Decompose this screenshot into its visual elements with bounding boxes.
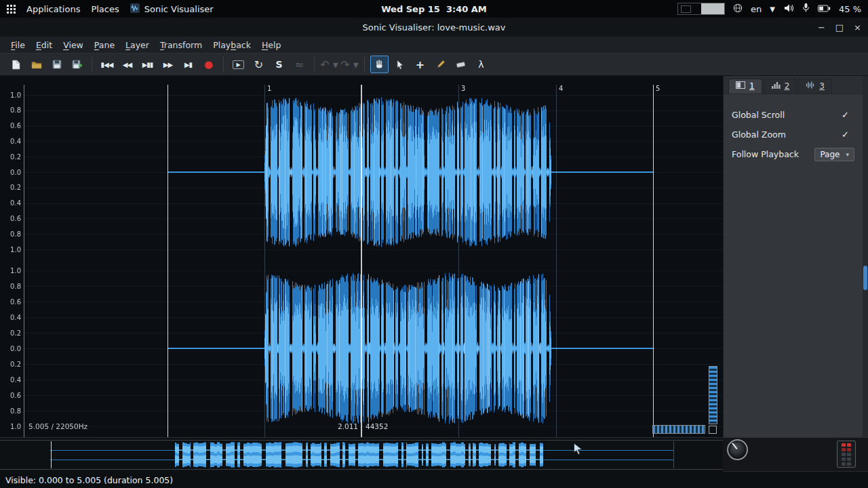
rewind-button[interactable]: ◀◀ bbox=[118, 56, 136, 73]
overview-strip bbox=[0, 437, 868, 471]
property-panel: 123 Global Scroll✓Global Zoom✓Follow Pla… bbox=[723, 76, 863, 437]
pane-tab-1[interactable]: 1 bbox=[728, 79, 762, 94]
volume-icon[interactable] bbox=[783, 3, 794, 15]
pane-tabs: 123 bbox=[724, 76, 863, 94]
new-session-button[interactable] bbox=[7, 56, 25, 73]
skip-to-end-button[interactable]: ▶▮ bbox=[179, 56, 197, 73]
loop-playback-button[interactable]: ↻ bbox=[250, 56, 268, 73]
navigate-tool-button[interactable] bbox=[370, 56, 389, 73]
menu-help[interactable]: Help bbox=[256, 38, 287, 52]
system-bar: Applications Places Sonic Visualiser Wed… bbox=[0, 0, 868, 18]
panel-scrollbar-thumb[interactable] bbox=[863, 266, 867, 290]
toolbar-separator bbox=[364, 57, 365, 72]
solo-button[interactable]: S bbox=[270, 56, 288, 73]
follow-playback-label: Follow Playback bbox=[732, 149, 799, 159]
battery-percent: 45 % bbox=[839, 4, 861, 14]
edit-tool-button[interactable]: + bbox=[411, 56, 429, 73]
menu-transform[interactable]: Transform bbox=[155, 38, 208, 52]
property-row: Follow PlaybackPage▾ bbox=[732, 144, 854, 164]
export-audio-button[interactable] bbox=[68, 56, 86, 73]
property-row: Global Zoom✓ bbox=[732, 125, 854, 144]
overview-canvas[interactable] bbox=[0, 438, 723, 472]
play-pause-button[interactable]: ▶▮▮ bbox=[138, 56, 157, 73]
menu-bar: FileEditViewPaneLayerTransformPlaybackHe… bbox=[0, 37, 868, 53]
workspace-2[interactable] bbox=[701, 3, 724, 14]
global-scroll-label: Global Scroll bbox=[732, 110, 785, 120]
applications-menu[interactable]: Applications bbox=[26, 4, 80, 14]
sonic-visualiser-icon bbox=[130, 3, 140, 15]
menu-edit[interactable]: Edit bbox=[31, 38, 58, 52]
places-label: Places bbox=[91, 4, 119, 14]
toolbar-separator bbox=[314, 57, 315, 72]
workspace-switcher[interactable] bbox=[677, 3, 725, 15]
applications-label: Applications bbox=[26, 4, 80, 14]
close-button[interactable]: × bbox=[854, 22, 861, 33]
minimize-button[interactable]: − bbox=[818, 22, 825, 33]
save-session-button[interactable] bbox=[47, 56, 66, 73]
tab-label: 3 bbox=[819, 81, 825, 91]
taskbar-sonic-visualiser[interactable]: Sonic Visualiser bbox=[130, 3, 214, 15]
status-bar: Visible: 0.000 to 5.005 (duration 5.005) bbox=[0, 471, 868, 488]
menu-pane[interactable]: Pane bbox=[89, 38, 120, 52]
globe-icon[interactable] bbox=[733, 3, 743, 15]
playback-speed-knob[interactable] bbox=[727, 439, 748, 460]
window-titlebar[interactable]: Sonic Visualiser: love-music.wav − □ × bbox=[0, 18, 868, 37]
keyboard-layout-indicator[interactable]: en bbox=[751, 4, 762, 14]
fast-forward-button[interactable]: ▶▶ bbox=[159, 56, 177, 73]
measure-tool-button[interactable]: λ bbox=[472, 56, 490, 73]
toolbar: ▮◀◀◀◀▶▮▮▶▶▶▮●▶↻S≈↶ ▾↷ ▾+λ bbox=[0, 53, 868, 76]
open-button[interactable] bbox=[27, 56, 45, 73]
places-menu[interactable]: Places bbox=[91, 4, 119, 14]
rewind-to-start-button[interactable]: ▮◀◀ bbox=[98, 56, 116, 73]
window-title: Sonic Visualiser: love-music.wav bbox=[363, 22, 506, 33]
align-button[interactable]: ≈ bbox=[290, 56, 309, 73]
microphone-icon[interactable] bbox=[802, 3, 810, 15]
draw-tool-button[interactable] bbox=[431, 56, 450, 73]
knob-pointer bbox=[732, 443, 737, 449]
tab-icon bbox=[736, 81, 745, 91]
pane-tab-3[interactable]: 3 bbox=[798, 79, 832, 94]
property-row: Global Scroll✓ bbox=[732, 105, 854, 125]
waveform-canvas[interactable] bbox=[0, 76, 723, 437]
vertical-zoom-wheel[interactable] bbox=[709, 366, 717, 424]
record-button[interactable]: ● bbox=[199, 56, 218, 73]
erase-tool-button[interactable] bbox=[452, 56, 470, 73]
dropdown-value: Page bbox=[820, 150, 840, 159]
menu-view[interactable]: View bbox=[58, 38, 89, 52]
screen: Applications Places Sonic Visualiser Wed… bbox=[0, 0, 868, 488]
playback-level-meter[interactable] bbox=[837, 441, 856, 468]
global-scroll-checkbox[interactable]: ✓ bbox=[842, 110, 854, 120]
toolbar-separator bbox=[92, 57, 92, 72]
property-rows: Global Scroll✓Global Zoom✓Follow Playbac… bbox=[724, 94, 863, 164]
zoom-reset-button[interactable] bbox=[709, 426, 717, 434]
status-text: Visible: 0.000 to 5.005 (duration 5.005) bbox=[5, 475, 173, 485]
tab-label: 1 bbox=[749, 81, 755, 91]
pane-tab-2[interactable]: 2 bbox=[764, 79, 797, 94]
panel-scrollbar[interactable] bbox=[863, 76, 868, 437]
global-zoom-label: Global Zoom bbox=[732, 129, 786, 140]
menu-layer[interactable]: Layer bbox=[120, 38, 155, 52]
tab-icon bbox=[806, 81, 815, 91]
tab-icon bbox=[771, 81, 781, 91]
constrain-playback-button[interactable]: ▶ bbox=[229, 56, 248, 73]
network-icon[interactable]: ▼ bbox=[770, 5, 775, 13]
maximize-button[interactable]: □ bbox=[835, 22, 844, 33]
main-area: 5.005 / 22050Hz 2.011 44352 123 Global S… bbox=[0, 76, 868, 437]
menu-playback[interactable]: Playback bbox=[208, 38, 256, 52]
redo-button[interactable]: ↷ ▾ bbox=[340, 56, 359, 73]
app-grid-icon[interactable] bbox=[7, 5, 16, 14]
waveform-pane: 5.005 / 22050Hz 2.011 44352 bbox=[0, 76, 723, 437]
battery-icon[interactable] bbox=[818, 4, 831, 14]
tab-label: 2 bbox=[785, 81, 790, 91]
horizontal-zoom-wheel[interactable] bbox=[652, 425, 705, 434]
task-label: Sonic Visualiser bbox=[144, 4, 214, 14]
toolbar-separator bbox=[223, 57, 224, 72]
global-zoom-checkbox[interactable]: ✓ bbox=[842, 129, 854, 140]
follow-playback-dropdown[interactable]: Page▾ bbox=[814, 148, 854, 161]
chevron-down-icon: ▾ bbox=[846, 151, 849, 158]
menu-file[interactable]: File bbox=[5, 38, 31, 52]
workspace-1[interactable] bbox=[678, 3, 701, 14]
undo-button[interactable]: ↶ ▾ bbox=[320, 56, 338, 73]
select-tool-button[interactable] bbox=[391, 56, 409, 73]
